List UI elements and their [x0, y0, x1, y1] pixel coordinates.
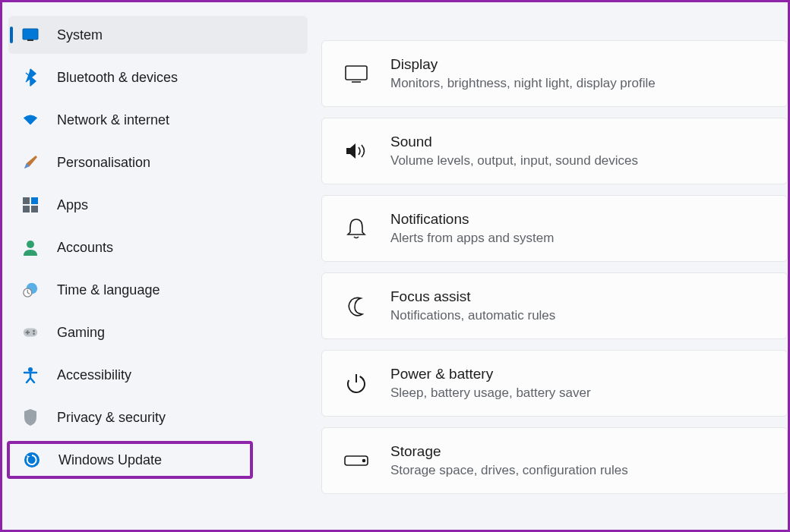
card-title: Sound [390, 134, 766, 150]
svg-point-6 [27, 241, 34, 248]
sidebar-item-privacy[interactable]: Privacy & security [8, 398, 308, 436]
sidebar-item-bluetooth[interactable]: Bluetooth & devices [8, 58, 308, 96]
sidebar-item-label: Apps [57, 197, 88, 213]
svg-point-10 [33, 330, 35, 332]
sidebar-item-label: Accessibility [57, 367, 131, 383]
card-text: Power & battery Sleep, battery usage, ba… [390, 366, 766, 401]
card-text: Sound Volume levels, output, input, soun… [390, 134, 766, 168]
sidebar-item-label: Bluetooth & devices [57, 70, 178, 86]
paintbrush-icon [22, 154, 39, 171]
sidebar-item-label: Personalisation [57, 155, 150, 171]
card-text: Focus assist Notifications, automatic ru… [390, 288, 766, 323]
svg-rect-9 [24, 329, 37, 337]
svg-rect-1 [27, 39, 33, 41]
accessibility-icon [22, 367, 39, 383]
sidebar-item-label: Windows Update [58, 452, 162, 468]
card-text: Storage Storage space, drives, configura… [390, 443, 766, 478]
sidebar-item-label: Accounts [57, 240, 113, 256]
sidebar-item-personalisation[interactable]: Personalisation [8, 143, 308, 181]
sidebar-item-time-language[interactable]: Time & language [8, 271, 308, 309]
sidebar-item-gaming[interactable]: Gaming [8, 313, 308, 351]
sidebar-item-windows-update[interactable]: Windows Update [7, 441, 253, 479]
card-title: Display [390, 56, 766, 73]
card-power-battery[interactable]: Power & battery Sleep, battery usage, ba… [321, 350, 788, 417]
svg-point-11 [33, 332, 35, 335]
sidebar-item-label: Privacy & security [57, 410, 166, 426]
card-desc: Sleep, battery usage, battery saver [390, 386, 766, 401]
svg-rect-5 [31, 206, 38, 212]
svg-rect-4 [23, 206, 30, 212]
bell-icon [343, 216, 369, 241]
sidebar-item-label: System [57, 27, 103, 43]
settings-sidebar: System Bluetooth & devices Network & int… [2, 2, 314, 530]
card-text: Display Monitors, brightness, night ligh… [390, 56, 766, 91]
card-sound[interactable]: Sound Volume levels, output, input, soun… [321, 118, 788, 184]
svg-point-14 [28, 367, 33, 372]
card-desc: Monitors, brightness, night light, displ… [390, 76, 766, 91]
storage-icon [343, 448, 369, 474]
card-storage[interactable]: Storage Storage space, drives, configura… [321, 427, 788, 494]
sidebar-item-accessibility[interactable]: Accessibility [8, 356, 308, 394]
card-desc: Notifications, automatic rules [390, 308, 766, 323]
card-display[interactable]: Display Monitors, brightness, night ligh… [321, 40, 788, 107]
sidebar-item-accounts[interactable]: Accounts [8, 228, 308, 266]
globe-clock-icon [22, 282, 39, 298]
card-notifications[interactable]: Notifications Alerts from apps and syste… [321, 195, 788, 262]
svg-rect-0 [23, 29, 38, 39]
svg-rect-13 [27, 330, 28, 335]
sidebar-item-label: Time & language [57, 282, 160, 298]
card-title: Notifications [390, 211, 766, 228]
svg-rect-16 [346, 66, 367, 80]
shield-icon [22, 409, 39, 426]
update-icon [24, 452, 40, 468]
sidebar-item-label: Gaming [57, 325, 105, 341]
card-title: Storage [390, 443, 766, 460]
sidebar-item-network[interactable]: Network & internet [8, 101, 308, 139]
card-desc: Alerts from apps and system [390, 231, 766, 246]
wifi-icon [22, 112, 39, 128]
moon-icon [343, 293, 369, 319]
svg-point-21 [363, 460, 365, 462]
display-icon [343, 61, 369, 87]
sound-icon [343, 138, 369, 164]
sidebar-item-label: Network & internet [57, 112, 169, 128]
accounts-icon [22, 239, 39, 256]
sidebar-item-system[interactable]: System [8, 16, 308, 54]
power-icon [343, 370, 369, 396]
svg-rect-2 [23, 197, 30, 204]
bluetooth-icon [22, 69, 39, 86]
system-icon [22, 27, 39, 43]
svg-rect-3 [31, 197, 38, 204]
card-text: Notifications Alerts from apps and syste… [390, 211, 766, 246]
gamepad-icon [22, 324, 39, 341]
card-desc: Storage space, drives, configuration rul… [390, 463, 766, 478]
sidebar-item-apps[interactable]: Apps [8, 186, 308, 224]
card-title: Focus assist [390, 288, 766, 305]
card-focus-assist[interactable]: Focus assist Notifications, automatic ru… [321, 272, 788, 339]
card-title: Power & battery [390, 366, 766, 382]
apps-icon [22, 197, 39, 213]
settings-main: Display Monitors, brightness, night ligh… [314, 2, 788, 530]
card-desc: Volume levels, output, input, sound devi… [390, 153, 766, 168]
